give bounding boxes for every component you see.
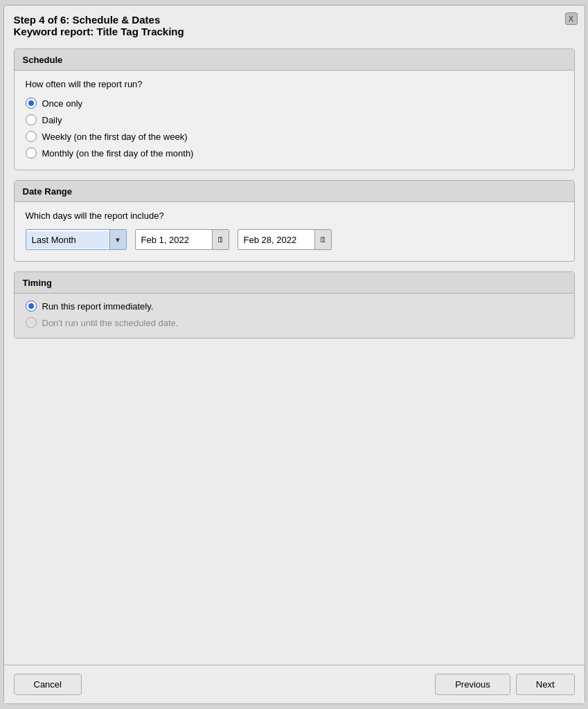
radio-monthly[interactable] (26, 147, 37, 159)
radio-item-weekly[interactable]: Weekly (on the first day of the week) (26, 131, 563, 142)
timing-radio-group: Run this report immediately. Don't run u… (26, 300, 563, 328)
date-range-header-text: Date Range (23, 186, 73, 197)
schedule-question: How often will the report run? (26, 79, 563, 89)
date-range-row: Last Month Last Week Last Year Custom ▼ … (26, 229, 563, 250)
radio-label-weekly: Weekly (on the first day of the week) (42, 132, 188, 142)
schedule-radio-group: Once only Daily Weekly (on the first day… (26, 98, 563, 159)
radio-label-daily: Daily (42, 115, 62, 125)
timing-section-header: Timing (15, 272, 574, 294)
schedule-section-header: Schedule (15, 49, 574, 71)
dialog-footer: Cancel Previous Next (4, 665, 585, 703)
timing-header-text: Timing (23, 278, 52, 288)
date-start-calendar-icon[interactable]: 🗓 (212, 230, 229, 249)
date-range-section: Date Range Which days will the report in… (14, 180, 575, 262)
timing-section-body: Run this report immediately. Don't run u… (15, 294, 574, 338)
date-range-question: Which days will the report include? (26, 210, 563, 221)
radio-item-monthly[interactable]: Monthly (on the first day of the month) (26, 147, 563, 159)
radio-label-scheduled: Don't run until the scheduled date. (42, 318, 179, 328)
radio-weekly[interactable] (26, 131, 37, 142)
next-button[interactable]: Next (516, 674, 575, 695)
dialog-title-sub: Keyword report: Title Tag Tracking (14, 26, 575, 37)
previous-button[interactable]: Previous (435, 674, 510, 695)
date-range-select[interactable]: Last Month Last Week Last Year Custom (26, 231, 109, 249)
date-end-field-wrapper: 🗓 (238, 229, 332, 250)
date-range-select-wrapper[interactable]: Last Month Last Week Last Year Custom ▼ (26, 229, 127, 250)
schedule-section-body: How often will the report run? Once only… (15, 71, 574, 170)
schedule-header-text: Schedule (23, 55, 63, 65)
dialog-header: Step 4 of 6: Schedule & Dates Keyword re… (4, 6, 585, 43)
radio-item-once[interactable]: Once only (26, 98, 563, 109)
radio-daily[interactable] (26, 114, 37, 125)
date-end-input[interactable] (238, 231, 314, 249)
date-end-calendar-icon[interactable]: 🗓 (314, 230, 331, 249)
date-range-section-header: Date Range (15, 181, 574, 202)
radio-item-daily[interactable]: Daily (26, 114, 563, 125)
radio-immediately[interactable] (26, 300, 37, 312)
date-range-section-body: Which days will the report include? Last… (15, 202, 574, 261)
radio-scheduled[interactable] (26, 317, 37, 328)
radio-item-immediately[interactable]: Run this report immediately. (26, 300, 563, 312)
radio-label-once: Once only (42, 98, 83, 109)
timing-section: Timing Run this report immediately. Don'… (14, 271, 575, 339)
dialog-container: Step 4 of 6: Schedule & Dates Keyword re… (3, 5, 585, 704)
date-start-input[interactable] (136, 231, 212, 249)
radio-label-immediately: Run this report immediately. (42, 301, 154, 312)
footer-right: Previous Next (435, 674, 574, 695)
cancel-button[interactable]: Cancel (14, 674, 82, 695)
close-button[interactable]: X (565, 12, 578, 25)
dialog-content: Schedule How often will the report run? … (4, 43, 585, 665)
radio-once[interactable] (26, 98, 37, 109)
select-arrow-icon: ▼ (109, 230, 126, 249)
radio-item-scheduled[interactable]: Don't run until the scheduled date. (26, 317, 563, 328)
date-start-field-wrapper: 🗓 (135, 229, 229, 250)
schedule-section: Schedule How often will the report run? … (14, 48, 575, 170)
radio-label-monthly: Monthly (on the first day of the month) (42, 148, 194, 159)
dialog-title-step: Step 4 of 6: Schedule & Dates (14, 14, 575, 26)
